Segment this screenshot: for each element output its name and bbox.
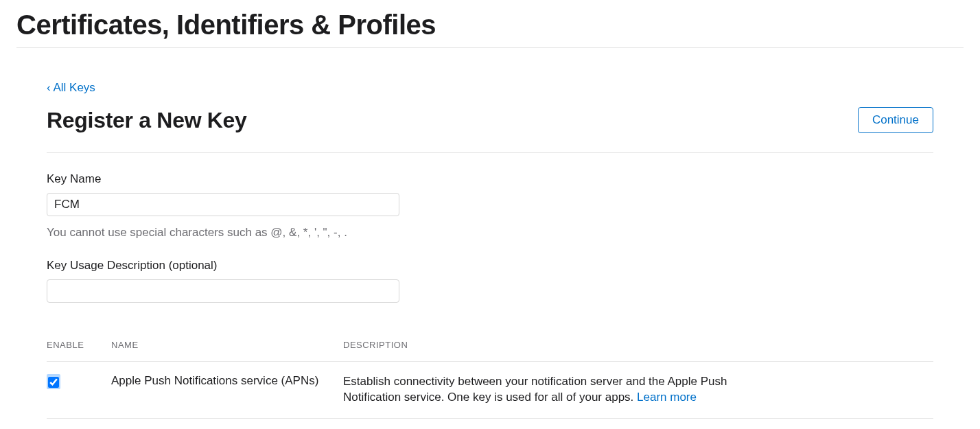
breadcrumb: All Keys xyxy=(47,81,933,95)
learn-more-link[interactable]: Learn more xyxy=(637,391,697,404)
key-usage-input[interactable] xyxy=(47,279,399,303)
service-row-devicecheck: DeviceCheck Access the DeviceCheck and A… xyxy=(47,418,933,429)
services-table: ENABLE NAME DESCRIPTION Apple Push Notif… xyxy=(47,340,933,429)
col-header-name: NAME xyxy=(111,340,343,362)
col-header-enable: ENABLE xyxy=(47,340,111,362)
page-title: Certificates, Identifiers & Profiles xyxy=(16,0,964,48)
key-name-help-text: You cannot use special characters such a… xyxy=(47,226,933,240)
service-row-apns: Apple Push Notifications service (APNs) … xyxy=(47,362,933,419)
key-usage-label: Key Usage Description (optional) xyxy=(47,259,933,273)
section-title: Register a New Key xyxy=(47,108,247,133)
service-name: Apple Push Notifications service (APNs) xyxy=(111,362,343,419)
key-name-input[interactable] xyxy=(47,193,399,216)
key-name-label: Key Name xyxy=(47,172,933,186)
back-link-all-keys[interactable]: All Keys xyxy=(47,81,95,94)
col-header-description: DESCRIPTION xyxy=(343,340,933,362)
continue-button[interactable]: Continue xyxy=(858,107,933,133)
enable-checkbox-apns[interactable] xyxy=(48,377,59,388)
service-name: DeviceCheck xyxy=(111,418,343,429)
